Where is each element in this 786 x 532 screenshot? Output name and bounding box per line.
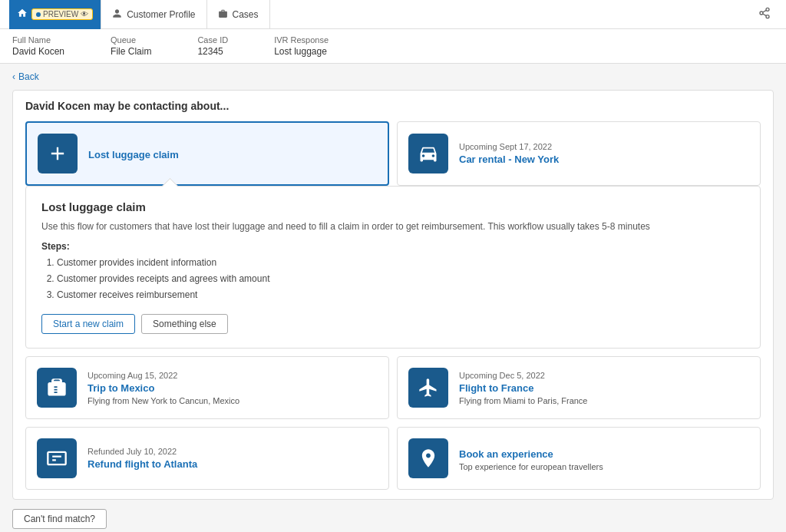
detail-steps-list: Customer provides incident information C…	[57, 256, 745, 302]
ivr-label: IVR Response	[274, 35, 329, 45]
svg-line-4	[763, 10, 767, 12]
refund-atlanta-title: Refund flight to Atlanta	[88, 458, 197, 470]
refund-atlanta-date: Refunded July 10, 2022	[88, 447, 197, 456]
page-content: David Kocen may be contacting about... L…	[0, 90, 786, 532]
customer-profile-label: Customer Profile	[127, 9, 195, 20]
customer-profile-tab[interactable]: Customer Profile	[101, 0, 206, 29]
car-rental-date: Upcoming Sept 17, 2022	[459, 142, 559, 151]
lost-luggage-title: Lost luggage claim	[88, 149, 179, 160]
home-icon	[17, 8, 28, 21]
lost-luggage-card-info: Lost luggage claim	[88, 147, 179, 160]
book-experience-subtitle: Top experience for european travellers	[459, 462, 603, 471]
eye-icon: 👁	[81, 10, 88, 18]
plus-icon	[47, 143, 68, 164]
suitcase-icon	[46, 377, 68, 398]
header: PREVIEW 👁 Customer Profile Cases	[0, 0, 786, 29]
trip-mexico-card[interactable]: Upcoming Aug 15, 2022 Trip to Mexico Fly…	[25, 356, 389, 419]
home-tab[interactable]: PREVIEW 👁	[9, 0, 101, 29]
flight-france-date: Upcoming Dec 5, 2022	[459, 371, 587, 380]
bottom-cards: Upcoming Aug 15, 2022 Trip to Mexico Fly…	[25, 356, 761, 490]
step-3: Customer receives reimbursement	[57, 288, 745, 302]
flight-france-card[interactable]: Upcoming Dec 5, 2022 Flight to France Fl…	[397, 356, 761, 419]
car-icon-container	[408, 134, 448, 173]
svg-line-3	[763, 14, 767, 16]
trip-mexico-info: Upcoming Aug 15, 2022 Trip to Mexico Fly…	[88, 371, 239, 405]
refund-atlanta-card[interactable]: Refunded July 10, 2022 Refund flight to …	[25, 427, 389, 490]
ivr-value: Lost luggage	[274, 46, 329, 57]
balloon-icon-container	[408, 438, 448, 478]
car-icon	[418, 143, 439, 164]
car-rental-title: Car rental - New York	[459, 154, 559, 165]
full-name-field: Full Name David Kocen	[12, 35, 64, 57]
car-rental-card-info: Upcoming Sept 17, 2022 Car rental - New …	[459, 142, 559, 165]
step-1: Customer provides incident information	[57, 256, 745, 269]
book-experience-info: Book an experience Top experience for eu…	[459, 446, 603, 471]
detail-steps-title: Steps:	[41, 241, 745, 252]
header-right	[752, 7, 777, 21]
back-chevron-icon: ‹	[12, 71, 15, 82]
svg-point-1	[760, 12, 763, 15]
plane-icon-container	[408, 368, 448, 408]
queue-field: Queue File Claim	[111, 35, 151, 57]
lost-luggage-card[interactable]: Lost luggage claim	[25, 121, 389, 186]
svg-point-0	[766, 8, 769, 11]
balloon-icon	[418, 448, 439, 469]
queue-label: Queue	[111, 35, 151, 45]
full-name-label: Full Name	[12, 35, 64, 45]
step-2: Customer provides receipts and agrees wi…	[57, 272, 745, 286]
book-experience-card[interactable]: Book an experience Top experience for eu…	[397, 427, 761, 490]
cant-find-button[interactable]: Can't find match?	[12, 509, 107, 529]
suitcase-icon-container	[37, 368, 77, 408]
contact-section: David Kocen may be contacting about... L…	[12, 90, 774, 500]
trip-mexico-subtitle: Flying from New York to Cancun, Mexico	[88, 396, 239, 405]
share-icon[interactable]	[752, 7, 777, 21]
refund-atlanta-info: Refunded July 10, 2022 Refund flight to …	[88, 447, 197, 470]
back-label: Back	[18, 71, 39, 82]
detail-description: Use this flow for customers that have lo…	[41, 220, 745, 233]
queue-value: File Claim	[111, 46, 151, 57]
flight-france-subtitle: Flying from Miami to Paris, France	[459, 396, 587, 405]
start-new-claim-button[interactable]: Start a new claim	[41, 314, 135, 334]
preview-dot	[36, 12, 41, 17]
detail-box: Lost luggage claim Use this flow for cus…	[25, 186, 761, 349]
plane-icon	[418, 377, 439, 398]
case-id-field: Case ID 12345	[197, 35, 228, 57]
contact-title: David Kocen may be contacting about...	[25, 100, 761, 112]
person-icon	[112, 8, 122, 21]
something-else-button[interactable]: Something else	[141, 314, 228, 334]
case-id-value: 12345	[197, 46, 228, 57]
car-rental-card[interactable]: Upcoming Sept 17, 2022 Car rental - New …	[397, 121, 761, 186]
info-bar: Full Name David Kocen Queue File Claim C…	[0, 29, 786, 64]
detail-actions: Start a new claim Something else	[41, 314, 745, 334]
cases-tab[interactable]: Cases	[207, 0, 270, 29]
briefcase-icon	[218, 8, 228, 21]
trip-mexico-title: Trip to Mexico	[88, 382, 239, 394]
cant-find-section: Can't find match?	[12, 509, 774, 529]
wallet-icon-container	[37, 438, 77, 478]
top-cards: Lost luggage claim Upcoming Sept 17, 202…	[25, 121, 761, 186]
ivr-field: IVR Response Lost luggage	[274, 35, 329, 57]
trip-mexico-date: Upcoming Aug 15, 2022	[88, 371, 239, 380]
cases-label: Cases	[233, 9, 259, 20]
svg-point-2	[766, 15, 769, 18]
plus-icon-container	[38, 134, 78, 173]
book-experience-title: Book an experience	[459, 448, 603, 460]
preview-badge: PREVIEW 👁	[31, 8, 93, 20]
wallet-icon	[46, 448, 68, 469]
flight-france-info: Upcoming Dec 5, 2022 Flight to France Fl…	[459, 371, 587, 405]
preview-label: PREVIEW	[43, 10, 78, 18]
case-id-label: Case ID	[197, 35, 228, 45]
back-link[interactable]: ‹ Back	[12, 71, 774, 82]
flight-france-title: Flight to France	[459, 382, 587, 394]
detail-title: Lost luggage claim	[41, 200, 745, 213]
back-bar: ‹ Back	[0, 64, 786, 90]
full-name-value: David Kocen	[12, 46, 64, 57]
